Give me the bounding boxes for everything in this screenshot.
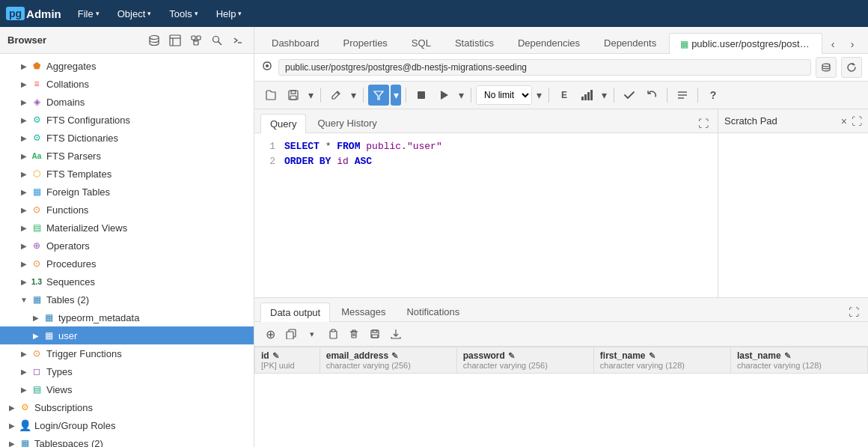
code-editor[interactable]: 1 SELECT * FROM public."user" 2 ORDER BY… <box>254 133 718 297</box>
menu-object[interactable]: Object ▾ <box>110 5 159 22</box>
menu-help[interactable]: Help ▾ <box>209 5 250 22</box>
svg-marker-21 <box>441 91 448 100</box>
sidebar-item-procedures[interactable]: ▶ ⊙ Procedures <box>0 255 254 273</box>
toolbar-explain-analyze-btn[interactable] <box>576 85 597 106</box>
tab-properties[interactable]: Properties <box>332 32 399 53</box>
toolbar-run-dropdown-btn[interactable]: ▾ <box>456 85 466 106</box>
file-arrow-icon: ▾ <box>96 10 100 17</box>
toolbar-commit-btn[interactable] <box>619 85 640 106</box>
results-area: Data output Messages Notifications ⛶ ⊕ <box>254 297 868 447</box>
results-delete-btn[interactable] <box>344 324 364 344</box>
top-tab-bar: Dashboard Properties SQL Statistics Depe… <box>254 27 868 54</box>
svg-rect-20 <box>418 91 425 99</box>
sidebar-item-fts-configs[interactable]: ▶ ⚙ FTS Configurations <box>0 111 254 129</box>
results-save-data-btn[interactable] <box>365 324 385 344</box>
connection-string: public.user/postgres/postgres@db-nestjs-… <box>278 59 811 76</box>
sidebar-item-materialized-views[interactable]: ▶ ▤ Materialized Views <box>0 219 254 237</box>
tab-prev-btn[interactable]: ‹ <box>824 35 842 53</box>
toolbar-run-btn[interactable] <box>433 85 454 106</box>
sidebar-icon-search[interactable] <box>209 32 225 49</box>
sidebar-item-tables[interactable]: ▼ ▦ Tables (2) <box>0 291 254 308</box>
scratch-pad-content[interactable] <box>718 133 868 297</box>
sidebar-item-domains[interactable]: ▶ ◈ Domains <box>0 93 254 111</box>
expand-icon: ▶ <box>18 150 30 162</box>
results-tab-data-output[interactable]: Data output <box>260 302 330 322</box>
aggregates-label: Aggregates <box>46 61 248 72</box>
editor-tab-history[interactable]: Query History <box>308 113 386 133</box>
sidebar-item-functions[interactable]: ▶ ⊙ Functions <box>0 201 254 219</box>
expand-icon: ▶ <box>6 419 18 431</box>
tab-statistics[interactable]: Statistics <box>444 32 505 53</box>
tab-query-tool[interactable]: ▦ public.user/postgres/postgre… <box>669 33 822 54</box>
sidebar-item-types[interactable]: ▶ ◻ Types <box>0 362 254 380</box>
limit-select[interactable]: No limit 10 50 100 500 1000 <box>476 85 532 105</box>
editor-expand-btn[interactable]: ⛶ <box>695 116 712 131</box>
toolbar-macros-btn[interactable] <box>672 85 693 106</box>
sidebar-item-tablespaces[interactable]: ▶ ▦ Tablespaces (2) <box>0 434 254 447</box>
toolbar-save-btn[interactable] <box>283 85 304 106</box>
results-tab-notifications[interactable]: Notifications <box>397 302 469 321</box>
toolbar-rollback-btn[interactable] <box>641 85 662 106</box>
tab-close-btn[interactable]: ✕ <box>863 35 868 53</box>
tab-dependencies[interactable]: Dependencies <box>507 32 591 53</box>
sidebar-item-sequences[interactable]: ▶ 1.3 Sequences <box>0 273 254 291</box>
fts-templates-label: FTS Templates <box>46 168 248 180</box>
results-paste-btn[interactable] <box>323 324 343 344</box>
menu-tools[interactable]: Tools ▾ <box>162 5 205 22</box>
app-logo: pg Admin <box>6 7 61 20</box>
operators-label: Operators <box>46 240 248 252</box>
results-expand-btn[interactable]: ⛶ <box>846 305 862 320</box>
toolbar-filter-btn[interactable] <box>368 85 389 106</box>
connection-refresh-btn[interactable] <box>841 57 862 78</box>
sidebar-item-views[interactable]: ▶ ▤ Views <box>0 380 254 398</box>
toolbar-limit-dropdown-btn[interactable]: ▾ <box>534 85 544 106</box>
toolbar-filter-dropdown-btn[interactable]: ▾ <box>391 85 401 106</box>
toolbar-edit-btn[interactable] <box>326 85 346 106</box>
editor-tab-query[interactable]: Query <box>260 114 306 133</box>
tab-sql[interactable]: SQL <box>400 32 442 53</box>
sidebar-item-fts-parsers[interactable]: ▶ Aa FTS Parsers <box>0 147 254 165</box>
sidebar-item-fts-dicts[interactable]: ▶ ⚙ FTS Dictionaries <box>0 129 254 147</box>
scratch-pad-title: Scratch Pad <box>724 115 837 127</box>
results-copy-dropdown-btn[interactable]: ▾ <box>302 324 322 344</box>
sidebar-item-login-roles[interactable]: ▶ 👤 Login/Group Roles <box>0 416 254 434</box>
sidebar-icon-table[interactable] <box>167 32 183 49</box>
results-add-row-btn[interactable]: ⊕ <box>260 324 280 344</box>
sidebar-item-foreign-tables[interactable]: ▶ ▦ Foreign Tables <box>0 183 254 201</box>
sidebar-item-collations[interactable]: ▶ ≡ Collations <box>0 75 254 93</box>
tab-dashboard[interactable]: Dashboard <box>260 32 331 53</box>
sidebar-item-user[interactable]: ▶ ▦ user <box>0 326 254 344</box>
sidebar-item-operators[interactable]: ▶ ⊕ Operators <box>0 237 254 255</box>
sidebar-icon-terminal[interactable] <box>230 32 246 49</box>
tab-dependents[interactable]: Dependents <box>593 32 667 53</box>
sidebar-item-typeorm-metadata[interactable]: ▶ ▦ typeorm_metadata <box>0 308 254 326</box>
sidebar-item-fts-templates[interactable]: ▶ ⬡ FTS Templates <box>0 165 254 183</box>
toolbar-edit-dropdown-btn[interactable]: ▾ <box>348 85 358 106</box>
help-arrow-icon: ▾ <box>238 10 242 17</box>
menu-file[interactable]: File ▾ <box>70 5 107 22</box>
scratch-pad-panel: Scratch Pad × ⛶ <box>718 109 868 297</box>
code-line-2: 2 ORDER BY id ASC <box>260 154 712 169</box>
results-copy-btn[interactable] <box>281 324 301 344</box>
tab-next-btn[interactable]: › <box>843 35 861 53</box>
scratch-pad-expand-btn[interactable]: ⛶ <box>852 115 862 127</box>
toolbar-stop-btn[interactable] <box>411 85 432 106</box>
connection-settings-btn[interactable] <box>816 57 837 78</box>
results-table: id✎ [PK] uuid email_address✎ character v… <box>254 347 868 374</box>
toolbar-explain-btn[interactable]: E <box>554 85 575 106</box>
sidebar-icon-db[interactable] <box>146 32 162 49</box>
scratch-pad-close-btn[interactable]: × <box>841 115 847 127</box>
sidebar-item-subscriptions[interactable]: ▶ ⚙ Subscriptions <box>0 398 254 416</box>
subscriptions-label: Subscriptions <box>34 402 248 413</box>
toolbar-save-dropdown-btn[interactable]: ▾ <box>305 85 316 106</box>
sidebar-icon-schema[interactable] <box>188 32 204 49</box>
results-download-btn[interactable] <box>386 324 406 344</box>
results-tab-messages[interactable]: Messages <box>331 302 395 321</box>
sidebar-item-trigger-functions[interactable]: ▶ ⊙ Trigger Functions <box>0 344 254 362</box>
sidebar-item-aggregates[interactable]: ▶ ⬟ Aggregates <box>0 57 254 75</box>
expand-icon: ▶ <box>18 204 30 216</box>
toolbar-explain-dropdown-btn[interactable]: ▾ <box>599 85 609 106</box>
toolbar-help-btn[interactable]: ? <box>703 85 724 106</box>
svg-point-14 <box>822 64 830 67</box>
toolbar-open-file-btn[interactable] <box>260 85 281 106</box>
